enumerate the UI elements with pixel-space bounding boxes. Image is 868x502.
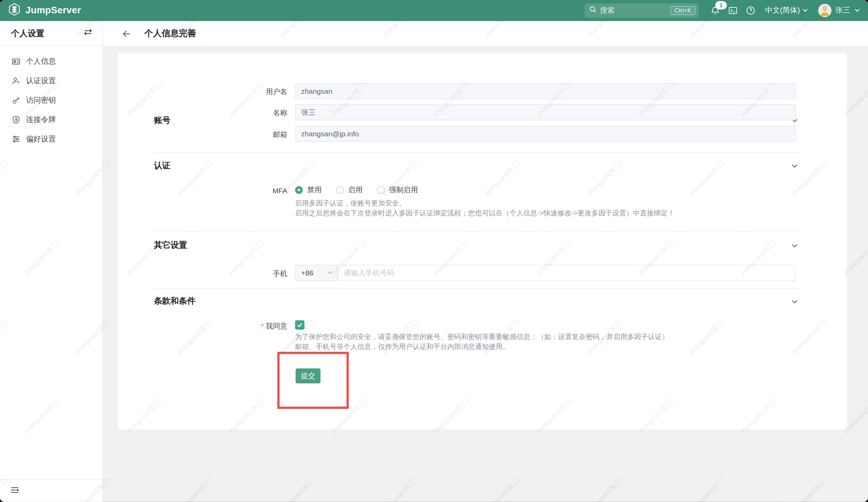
section-title-other: 其它设置 <box>154 240 187 251</box>
user-name: 张三 <box>835 6 850 15</box>
mfa-radio-force-enable[interactable]: 强制启用 <box>377 185 418 195</box>
collapse-section-other-icon[interactable] <box>791 242 798 251</box>
section-divider <box>154 288 799 289</box>
radio-label: 强制启用 <box>389 185 418 195</box>
sidebar-item-label: 偏好设置 <box>26 134 56 144</box>
sidebar-item-label: 认证设置 <box>26 76 56 86</box>
menu-collapse-icon[interactable] <box>10 485 19 496</box>
radio-label: 启用 <box>348 185 363 195</box>
search-input[interactable]: 搜索 Ctrl+K <box>585 3 699 18</box>
sidebar-collapse-icon[interactable] <box>83 28 92 39</box>
help-icon[interactable] <box>742 0 760 21</box>
watermark-text: zhangsan(张三) <box>482 476 522 502</box>
sliders-icon <box>11 134 21 143</box>
shield-icon <box>11 115 21 124</box>
radio-label: 禁用 <box>307 185 321 195</box>
sidebar-item-auth-settings[interactable]: 认证设置 <box>0 71 103 90</box>
watermark-text: zhangsan(张三) <box>585 476 624 502</box>
language-label: 中文(简体) <box>765 6 800 15</box>
jumpserver-logo-icon <box>8 3 21 18</box>
back-button[interactable] <box>122 29 132 39</box>
watermark-text: zhangsan(张三) <box>278 476 317 502</box>
watermark-text: zhangsan(张三) <box>380 476 420 502</box>
sidebar-title: 个人设置 <box>11 28 45 39</box>
checkmark-icon <box>297 322 303 328</box>
collapse-section-terms-icon[interactable] <box>791 298 798 308</box>
user-menu[interactable]: 张三 <box>814 4 868 17</box>
id-card-icon <box>11 57 21 66</box>
app-window: zhangsan(张三)zhangsan(张三)zhangsan(张三)zhan… <box>0 0 868 502</box>
profile-form-card: 账号 用户名 名称 邮箱 认证 MFA 禁用 启用 强制启 <box>118 53 847 429</box>
radio-icon <box>336 186 344 194</box>
content-header: 个人信息完善 <box>103 21 868 47</box>
search-icon <box>589 6 597 15</box>
watermark-text: zhangsan(张三) <box>175 476 215 502</box>
chevron-down-icon <box>854 7 860 15</box>
notification-bell-icon[interactable]: 1 <box>706 0 724 21</box>
sidebar-item-connect-tokens[interactable]: 连接令牌 <box>0 110 103 129</box>
field-label-name: 名称 <box>125 108 287 118</box>
name-input[interactable] <box>295 104 796 120</box>
section-title-terms: 条款和条件 <box>154 296 195 307</box>
sidebar-item-preferences[interactable]: 偏好设置 <box>0 129 103 149</box>
field-label-mfa: MFA <box>125 187 287 195</box>
mfa-help-line-2: 启用之后您将会在下次登录时进入多因子认证绑定流程；您也可以在（个人信息->快速修… <box>295 209 674 219</box>
sidebar-item-label: 个人信息 <box>26 56 56 66</box>
chevron-down-icon <box>327 269 333 277</box>
sidebar-item-profile[interactable]: 个人信息 <box>0 51 103 71</box>
user-settings-icon <box>11 76 21 86</box>
search-shortcut: Ctrl+K <box>671 6 695 15</box>
country-code-select[interactable]: +86 <box>295 265 338 281</box>
annotation-highlight-box <box>277 352 349 409</box>
sidebar-item-label: 访问密钥 <box>26 95 56 105</box>
sidebar-item-access-keys[interactable]: 访问密钥 <box>0 90 103 110</box>
collapse-section-auth-icon[interactable] <box>791 162 798 172</box>
phone-input[interactable] <box>338 265 796 281</box>
search-placeholder: 搜索 <box>600 6 671 15</box>
chevron-down-icon <box>802 7 808 15</box>
page-title: 个人信息完善 <box>144 28 196 39</box>
terminal-icon[interactable] <box>724 0 742 21</box>
watermark-text: zhangsan(张三) <box>687 476 727 502</box>
mfa-radio-disable[interactable]: 禁用 <box>295 185 321 195</box>
key-icon <box>11 96 21 105</box>
terms-help-line-2: 邮箱、手机号等个人信息，仅作为用户认证和平台内部消息通知使用。 <box>295 342 509 352</box>
field-label-username: 用户名 <box>125 87 287 97</box>
section-divider <box>154 232 799 232</box>
email-input[interactable] <box>295 126 796 142</box>
topbar: JumpServer 搜索 Ctrl+K 1 <box>0 0 868 21</box>
brand-logo[interactable]: JumpServer <box>0 3 81 18</box>
agree-checkbox[interactable] <box>295 320 304 330</box>
brand-name: JumpServer <box>25 5 81 16</box>
avatar <box>818 4 831 17</box>
language-selector[interactable]: 中文(简体) <box>760 6 814 15</box>
field-label-email: 邮箱 <box>125 130 287 139</box>
sidebar-item-label: 连接令牌 <box>26 114 56 124</box>
radio-icon <box>377 186 385 194</box>
required-mark: * <box>261 322 264 330</box>
field-label-phone: 手机 <box>125 269 287 279</box>
terms-help-line-1: 为了保护您和公司的安全，请妥善保管您的账号、密码和密钥等重要敏感信息；（如：设置… <box>295 332 669 342</box>
mfa-radio-enable[interactable]: 启用 <box>336 185 363 195</box>
watermark-text: zhangsan(张三) <box>790 476 829 502</box>
field-label-agree: 我同意 <box>266 322 287 330</box>
section-divider <box>154 152 799 153</box>
sidebar: 个人设置 个人信息 <box>0 21 103 502</box>
section-title-auth: 认证 <box>154 161 170 171</box>
username-input[interactable] <box>295 83 796 99</box>
country-code-value: +86 <box>301 269 313 277</box>
radio-selected-icon <box>295 186 303 194</box>
mfa-help-line-1: 启用多因子认证，使账号更加安全。 <box>295 199 405 209</box>
